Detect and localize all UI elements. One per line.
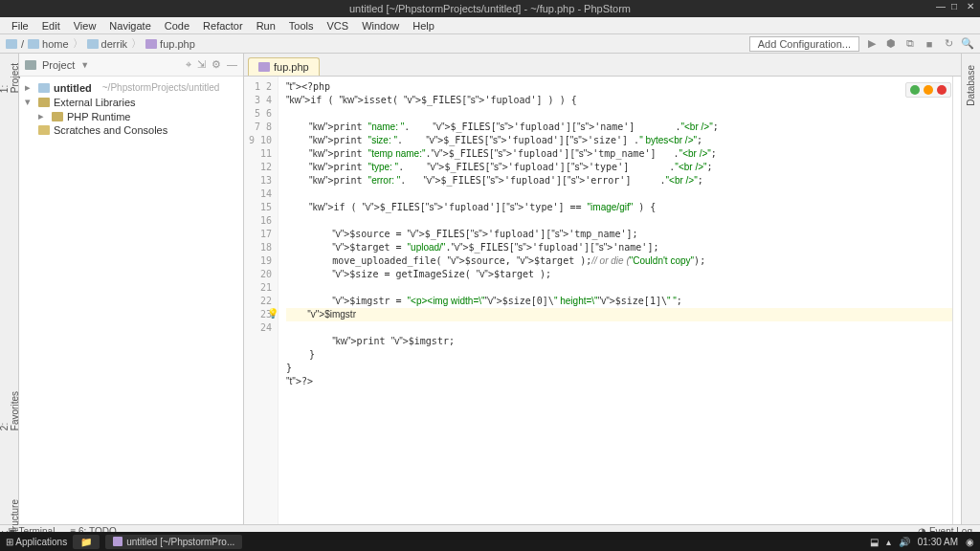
project-panel-title: Project	[42, 59, 75, 71]
menu-navigate[interactable]: Navigate	[103, 18, 156, 33]
editor-tab-label: fup.php	[274, 61, 309, 73]
project-tree[interactable]: ▸untitled ~/PhpstormProjects/untitled ▾E…	[19, 77, 243, 141]
intention-bulb-icon[interactable]: 💡	[267, 308, 278, 319]
tray-user-icon[interactable]: ◉	[966, 537, 974, 547]
locate-icon[interactable]: ⌖	[186, 58, 191, 71]
left-tool-strip: 1: Project 2: Favorites 7: Structure	[0, 54, 19, 524]
menu-view[interactable]: View	[68, 18, 102, 33]
firefox-icon[interactable]	[924, 85, 933, 95]
tree-ext-lib[interactable]: External Libraries	[54, 97, 136, 108]
breadcrumb-user[interactable]: derrik	[87, 38, 128, 50]
editor-body[interactable]: 1 2 3 4 5 6 7 8 9 10 11 12 13 14 15 16 1…	[244, 77, 961, 524]
chrome-icon[interactable]	[910, 85, 920, 95]
menu-refactor[interactable]: Refactor	[197, 18, 249, 33]
editor-tabs: fup.php	[244, 54, 961, 77]
breadcrumb-home[interactable]: home	[28, 38, 69, 50]
folder-icon	[87, 39, 99, 49]
run-icon[interactable]: ▶	[865, 37, 879, 51]
breadcrumb-file[interactable]: fup.php	[145, 38, 195, 50]
taskbar-app-phpstorm[interactable]: untitled [~/PhpstormPro...	[105, 535, 242, 549]
sidebar-tab-favorites[interactable]: 2: Favorites	[0, 386, 20, 436]
coverage-icon[interactable]: ⧉	[903, 37, 917, 51]
menu-help[interactable]: Help	[407, 18, 440, 33]
os-titlebar: untitled [~/PhpstormProjects/untitled] -…	[0, 0, 980, 17]
chevron-down-icon[interactable]: ▼	[80, 60, 89, 70]
gutter: 1 2 3 4 5 6 7 8 9 10 11 12 13 14 15 16 1…	[244, 77, 278, 524]
tray-network-icon[interactable]: ▴	[886, 537, 891, 547]
menu-file[interactable]: File	[6, 18, 34, 33]
applications-menu[interactable]: ⊞ Applications	[6, 537, 67, 547]
stop-icon[interactable]: ■	[923, 37, 936, 51]
menu-tools[interactable]: Tools	[283, 18, 320, 33]
browser-preview-icons	[905, 82, 951, 98]
tree-scratches[interactable]: Scratches and Consoles	[54, 124, 167, 136]
tree-php-runtime[interactable]: PHP Runtime	[67, 111, 130, 122]
debug-icon[interactable]: ⬢	[884, 37, 898, 51]
collapse-icon[interactable]: ⇲	[197, 58, 206, 71]
window-title: untitled [~/PhpstormProjects/untitled] -…	[349, 3, 631, 14]
tray-volume-icon[interactable]: 🔊	[899, 537, 910, 547]
gear-icon[interactable]: ⚙	[212, 58, 221, 71]
breadcrumb-bar: / home〉 derrik〉 fup.php Add Configuratio…	[0, 34, 980, 54]
project-panel: Project ▼ ⌖ ⇲ ⚙ — ▸untitled ~/PhpstormPr…	[19, 54, 244, 524]
maximize-icon[interactable]: □	[951, 2, 961, 11]
os-taskbar: ⊞ Applications 📁 untitled [~/PhpstormPro…	[0, 532, 980, 551]
tray-dropbox-icon[interactable]: ⬓	[870, 537, 879, 547]
folder-icon	[38, 83, 50, 93]
editor: fup.php 1 2 3 4 5 6 7 8 9 10 11 12 13 14…	[244, 54, 961, 524]
right-margin-guide	[952, 77, 953, 524]
tree-root[interactable]: untitled	[54, 82, 92, 94]
project-panel-icon	[25, 60, 36, 70]
sidebar-tab-project[interactable]: 1: Project	[0, 57, 20, 99]
minimize-icon[interactable]: —	[936, 2, 946, 11]
sidebar-tab-database[interactable]: Database	[966, 59, 976, 112]
php-file-icon	[145, 39, 157, 49]
editor-tab-fup[interactable]: fup.php	[248, 57, 320, 76]
folder-icon	[28, 39, 39, 49]
menubar: File Edit View Navigate Code Refactor Ru…	[0, 17, 980, 34]
add-configuration-button[interactable]: Add Configuration...	[749, 36, 859, 52]
code-area[interactable]: "t"><?php "kw">if ( "kw">isset( "v">$_FI…	[278, 77, 961, 524]
php-file-icon	[258, 62, 270, 72]
folder-icon	[6, 39, 17, 49]
menu-code[interactable]: Code	[159, 18, 195, 33]
close-icon[interactable]: ✕	[967, 2, 976, 11]
update-icon[interactable]: ↻	[942, 37, 955, 51]
opera-icon[interactable]	[937, 85, 947, 95]
search-icon[interactable]: 🔍	[961, 37, 974, 51]
taskbar-app-files[interactable]: 📁	[73, 535, 100, 549]
tray-clock[interactable]: 01:30 AM	[918, 537, 958, 547]
menu-window[interactable]: Window	[356, 18, 405, 33]
right-tool-strip: Database	[961, 54, 980, 524]
menu-run[interactable]: Run	[251, 18, 281, 33]
library-icon	[38, 98, 50, 107]
scratches-icon	[38, 125, 50, 135]
menu-vcs[interactable]: VCS	[322, 18, 355, 33]
hide-panel-icon[interactable]: —	[227, 58, 237, 71]
folder-icon	[52, 112, 63, 121]
menu-edit[interactable]: Edit	[36, 18, 66, 33]
